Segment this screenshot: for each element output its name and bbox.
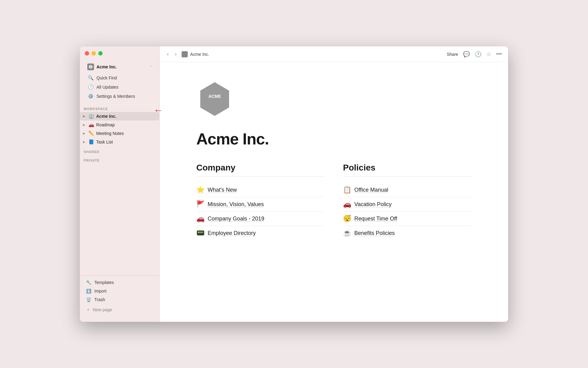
task-emoji: 📘 — [89, 139, 94, 145]
goals-link[interactable]: 🚗 Company Goals - 2019 — [196, 212, 325, 226]
sidebar-bottom: 🔧 Templates ⬇️ Import 🗑️ Trash ＋ New pag… — [80, 275, 159, 317]
vacation-policy-link[interactable]: 🚗 Vacation Policy — [343, 197, 471, 212]
favorite-button[interactable]: ☆ — [486, 51, 491, 58]
svg-text:ACME: ACME — [208, 94, 221, 99]
import-label: Import — [94, 289, 107, 293]
arrow-overlay: ← — [153, 105, 163, 116]
traffic-lights — [85, 51, 154, 56]
tree-item-roadmap[interactable]: ▶ 🚗 Roadmap — [80, 121, 159, 129]
all-updates-label: All Updates — [96, 85, 119, 90]
company-column: Company ⭐ What's New 🚩 Mission, Vision, … — [196, 163, 325, 240]
policies-title: Policies — [343, 163, 471, 177]
page-body: ACME Acme Inc. Company ⭐ What's New 🚩 Mi… — [160, 62, 508, 322]
time-off-text: Request Time Off — [354, 216, 397, 222]
acme-emoji: 🏢 — [89, 113, 94, 119]
comment-button[interactable]: 💬 — [463, 51, 470, 58]
whats-new-link[interactable]: ⭐ What's New — [196, 183, 325, 197]
flag-emoji: 🚩 — [196, 200, 205, 208]
private-section-label: PRIVATE — [80, 155, 159, 163]
two-column-layout: Company ⭐ What's New 🚩 Mission, Vision, … — [196, 163, 471, 240]
forward-button[interactable]: › — [174, 50, 178, 58]
gear-icon: ⚙️ — [88, 94, 93, 99]
office-manual-text: Office Manual — [354, 187, 388, 193]
office-manual-link[interactable]: 📋 Office Manual — [343, 183, 471, 197]
chevron-icon: ⌃ — [149, 65, 152, 69]
workspace-header[interactable]: A Acme Inc. ⌃ — [85, 62, 154, 72]
meeting-notes-label: Meeting Notes — [96, 131, 124, 136]
logo-container: ACME — [196, 81, 471, 117]
tree-item-task-list[interactable]: ▶ 📘 Task List — [80, 138, 159, 146]
car2-emoji: 🚗 — [343, 200, 351, 208]
svg-marker-2 — [200, 82, 229, 116]
trash-item[interactable]: 🗑️ Trash — [84, 295, 156, 304]
quick-find-label: Quick Find — [96, 75, 117, 80]
benefits-link[interactable]: ☕ Benefits Policies — [343, 226, 471, 240]
search-icon: 🔍 — [88, 75, 93, 81]
task-list-label: Task List — [96, 140, 113, 144]
sidebar: A Acme Inc. ⌃ 🔍 Quick Find 🕐 All Updates… — [80, 46, 160, 322]
company-title: Company — [196, 163, 325, 177]
employee-directory-text: Employee Directory — [208, 230, 256, 236]
titlebar: ‹ › Acme Inc. Share 💬 🕐 ☆ ••• — [160, 46, 508, 62]
tree-item-acme[interactable]: ▶ 🏢 Acme Inc. — [80, 112, 159, 121]
time-off-link[interactable]: 😴 Request Time Off — [343, 212, 471, 226]
workspace-icon: A — [87, 63, 94, 70]
workspace-section-label: WORKSPACE — [80, 103, 159, 112]
clock-icon: 🕐 — [88, 84, 93, 90]
page-icon — [182, 51, 188, 57]
whats-new-text: What's New — [208, 187, 237, 193]
employee-directory-link[interactable]: 📟 Employee Directory — [196, 226, 325, 240]
roadmap-label: Roadmap — [96, 122, 115, 127]
arrow-icon: ▶ — [83, 132, 87, 135]
new-page-item[interactable]: ＋ New page — [84, 305, 156, 314]
all-updates-item[interactable]: 🕐 All Updates — [85, 82, 154, 92]
minimize-button[interactable] — [92, 51, 96, 56]
sleepy-emoji: 😴 — [343, 215, 351, 223]
acme-label: Acme Inc. — [96, 114, 116, 119]
acme-logo: ACME — [196, 81, 233, 117]
templates-item[interactable]: 🔧 Templates — [84, 278, 156, 287]
sidebar-top: A Acme Inc. ⌃ 🔍 Quick Find 🕐 All Updates… — [80, 46, 159, 103]
more-button[interactable]: ••• — [496, 51, 502, 57]
arrow-icon: ▶ — [83, 123, 87, 126]
mission-link[interactable]: 🚩 Mission, Vision, Values — [196, 197, 325, 212]
back-button[interactable]: ‹ — [166, 50, 170, 58]
page-title: Acme Inc. — [196, 130, 471, 148]
main-content: ‹ › Acme Inc. Share 💬 🕐 ☆ ••• ACME — [160, 46, 508, 322]
arrow-icon: ▶ — [83, 115, 87, 118]
history-button[interactable]: 🕐 — [475, 51, 481, 58]
settings-item[interactable]: ⚙️ Settings & Members — [85, 92, 154, 101]
vacation-policy-text: Vacation Policy — [354, 201, 392, 208]
trash-icon: 🗑️ — [86, 297, 91, 302]
clipboard-emoji: 📋 — [343, 186, 351, 194]
shared-section-label: SHARED — [80, 146, 159, 155]
goals-text: Company Goals - 2019 — [208, 216, 264, 222]
coffee-emoji: ☕ — [343, 229, 351, 237]
breadcrumb: Acme Inc. — [182, 51, 443, 57]
tree-item-meeting-notes[interactable]: ▶ ✏️ Meeting Notes — [80, 129, 159, 138]
page-title-bar-text: Acme Inc. — [190, 52, 209, 57]
maximize-button[interactable] — [98, 51, 103, 56]
meeting-emoji: ✏️ — [89, 131, 94, 136]
new-page-label: New page — [93, 307, 112, 312]
arrow-icon: ▶ — [83, 140, 87, 144]
mission-text: Mission, Vision, Values — [208, 201, 264, 208]
close-button[interactable] — [85, 51, 89, 56]
workspace-name: Acme Inc. — [96, 64, 147, 69]
phone-emoji: 📟 — [196, 229, 205, 237]
roadmap-emoji: 🚗 — [89, 122, 94, 128]
star-emoji: ⭐ — [196, 186, 205, 194]
quick-find-item[interactable]: 🔍 Quick Find — [85, 73, 154, 82]
policies-column: Policies 📋 Office Manual 🚗 Vacation Poli… — [343, 163, 471, 240]
red-arrow-icon: ← — [153, 105, 163, 116]
templates-icon: 🔧 — [86, 280, 91, 285]
car-emoji: 🚗 — [196, 215, 205, 223]
svg-text:A: A — [90, 66, 92, 68]
import-item[interactable]: ⬇️ Import — [84, 287, 156, 295]
templates-label: Templates — [94, 280, 114, 285]
app-window: A Acme Inc. ⌃ 🔍 Quick Find 🕐 All Updates… — [80, 46, 508, 322]
plus-icon: ＋ — [86, 307, 90, 312]
share-button[interactable]: Share — [447, 52, 458, 57]
import-icon: ⬇️ — [86, 289, 91, 293]
trash-label: Trash — [94, 297, 105, 302]
